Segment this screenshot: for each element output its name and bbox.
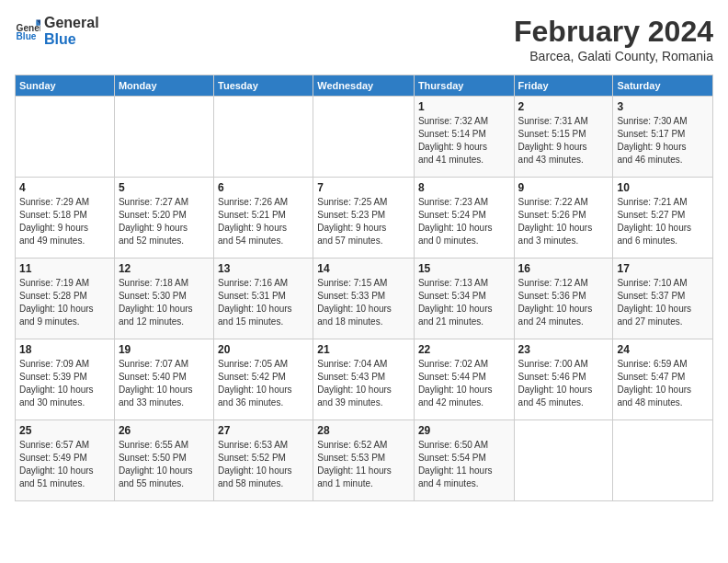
- calendar-day-cell: [613, 420, 713, 501]
- day-number: 23: [518, 343, 609, 356]
- day-number: 8: [418, 181, 510, 194]
- day-number: 29: [418, 424, 510, 437]
- day-info: Sunrise: 7:27 AMSunset: 5:20 PMDaylight:…: [119, 196, 210, 247]
- day-info: Sunrise: 7:19 AMSunset: 5:28 PMDaylight:…: [19, 277, 110, 328]
- calendar-day-cell: 1Sunrise: 7:32 AMSunset: 5:14 PMDaylight…: [414, 97, 514, 178]
- day-number: 11: [19, 262, 110, 275]
- calendar-week-row: 18Sunrise: 7:09 AMSunset: 5:39 PMDayligh…: [16, 339, 713, 420]
- day-number: 3: [617, 100, 709, 113]
- calendar-day-cell: 2Sunrise: 7:31 AMSunset: 5:15 PMDaylight…: [514, 97, 613, 178]
- weekday-header-cell: Thursday: [414, 75, 514, 97]
- calendar-week-row: 11Sunrise: 7:19 AMSunset: 5:28 PMDayligh…: [16, 259, 713, 339]
- day-number: 25: [19, 424, 110, 437]
- calendar-day-cell: [214, 97, 313, 178]
- calendar-day-cell: 19Sunrise: 7:07 AMSunset: 5:40 PMDayligh…: [114, 339, 213, 420]
- day-info: Sunrise: 6:53 AMSunset: 5:52 PMDaylight:…: [218, 439, 309, 490]
- day-number: 2: [518, 100, 609, 113]
- calendar-day-cell: 29Sunrise: 6:50 AMSunset: 5:54 PMDayligh…: [414, 420, 514, 501]
- day-number: 26: [119, 424, 210, 437]
- day-number: 1: [418, 100, 510, 113]
- day-info: Sunrise: 7:25 AMSunset: 5:23 PMDaylight:…: [317, 196, 410, 247]
- day-number: 7: [317, 181, 410, 194]
- day-info: Sunrise: 6:57 AMSunset: 5:49 PMDaylight:…: [19, 439, 110, 490]
- day-info: Sunrise: 7:00 AMSunset: 5:46 PMDaylight:…: [518, 358, 609, 409]
- calendar-day-cell: 6Sunrise: 7:26 AMSunset: 5:21 PMDaylight…: [214, 178, 313, 259]
- day-info: Sunrise: 6:50 AMSunset: 5:54 PMDaylight:…: [418, 439, 510, 490]
- day-number: 17: [617, 262, 709, 275]
- calendar-day-cell: 16Sunrise: 7:12 AMSunset: 5:36 PMDayligh…: [514, 259, 613, 339]
- calendar-week-row: 25Sunrise: 6:57 AMSunset: 5:49 PMDayligh…: [16, 420, 713, 501]
- day-info: Sunrise: 7:22 AMSunset: 5:26 PMDaylight:…: [518, 196, 609, 247]
- calendar-day-cell: 7Sunrise: 7:25 AMSunset: 5:23 PMDaylight…: [313, 178, 415, 259]
- day-info: Sunrise: 6:55 AMSunset: 5:50 PMDaylight:…: [119, 439, 210, 490]
- day-info: Sunrise: 7:16 AMSunset: 5:31 PMDaylight:…: [218, 277, 309, 328]
- logo-general: General: [44, 15, 99, 31]
- day-info: Sunrise: 7:23 AMSunset: 5:24 PMDaylight:…: [418, 196, 510, 247]
- calendar-week-row: 4Sunrise: 7:29 AMSunset: 5:18 PMDaylight…: [16, 178, 713, 259]
- day-info: Sunrise: 7:26 AMSunset: 5:21 PMDaylight:…: [218, 196, 309, 247]
- calendar-day-cell: 17Sunrise: 7:10 AMSunset: 5:37 PMDayligh…: [613, 259, 713, 339]
- calendar-table: SundayMondayTuesdayWednesdayThursdayFrid…: [15, 75, 713, 501]
- day-info: Sunrise: 7:05 AMSunset: 5:42 PMDaylight:…: [218, 358, 309, 409]
- calendar-day-cell: [313, 97, 415, 178]
- calendar-day-cell: [16, 97, 115, 178]
- calendar-day-cell: 28Sunrise: 6:52 AMSunset: 5:53 PMDayligh…: [313, 420, 415, 501]
- calendar-week-row: 1Sunrise: 7:32 AMSunset: 5:14 PMDaylight…: [16, 97, 713, 178]
- day-number: 13: [218, 262, 309, 275]
- calendar-day-cell: 8Sunrise: 7:23 AMSunset: 5:24 PMDaylight…: [414, 178, 514, 259]
- day-number: 21: [317, 343, 410, 356]
- calendar-day-cell: 11Sunrise: 7:19 AMSunset: 5:28 PMDayligh…: [16, 259, 115, 339]
- location-title: Barcea, Galati County, Romania: [514, 49, 713, 63]
- day-info: Sunrise: 7:02 AMSunset: 5:44 PMDaylight:…: [418, 358, 510, 409]
- day-number: 19: [119, 343, 210, 356]
- calendar-day-cell: 13Sunrise: 7:16 AMSunset: 5:31 PMDayligh…: [214, 259, 313, 339]
- day-info: Sunrise: 7:21 AMSunset: 5:27 PMDaylight:…: [617, 196, 709, 247]
- calendar-day-cell: 9Sunrise: 7:22 AMSunset: 5:26 PMDaylight…: [514, 178, 613, 259]
- weekday-header-cell: Sunday: [16, 75, 115, 97]
- calendar-day-cell: 12Sunrise: 7:18 AMSunset: 5:30 PMDayligh…: [114, 259, 213, 339]
- calendar-day-cell: 5Sunrise: 7:27 AMSunset: 5:20 PMDaylight…: [114, 178, 213, 259]
- calendar-day-cell: 3Sunrise: 7:30 AMSunset: 5:17 PMDaylight…: [613, 97, 713, 178]
- calendar-day-cell: 25Sunrise: 6:57 AMSunset: 5:49 PMDayligh…: [16, 420, 115, 501]
- day-number: 27: [218, 424, 309, 437]
- logo-icon: General Blue: [15, 18, 40, 44]
- day-number: 20: [218, 343, 309, 356]
- day-number: 12: [119, 262, 210, 275]
- day-info: Sunrise: 7:04 AMSunset: 5:43 PMDaylight:…: [317, 358, 410, 409]
- day-info: Sunrise: 7:32 AMSunset: 5:14 PMDaylight:…: [418, 115, 510, 167]
- day-number: 22: [418, 343, 510, 356]
- day-number: 4: [19, 181, 110, 194]
- calendar-day-cell: 15Sunrise: 7:13 AMSunset: 5:34 PMDayligh…: [414, 259, 514, 339]
- day-info: Sunrise: 6:59 AMSunset: 5:47 PMDaylight:…: [617, 358, 709, 409]
- calendar-body: 1Sunrise: 7:32 AMSunset: 5:14 PMDaylight…: [16, 97, 713, 501]
- weekday-header-cell: Monday: [114, 75, 213, 97]
- calendar-day-cell: 10Sunrise: 7:21 AMSunset: 5:27 PMDayligh…: [613, 178, 713, 259]
- day-number: 18: [19, 343, 110, 356]
- calendar-day-cell: 18Sunrise: 7:09 AMSunset: 5:39 PMDayligh…: [16, 339, 115, 420]
- month-title: February 2024: [514, 15, 713, 49]
- calendar-day-cell: 27Sunrise: 6:53 AMSunset: 5:52 PMDayligh…: [214, 420, 313, 501]
- day-info: Sunrise: 7:10 AMSunset: 5:37 PMDaylight:…: [617, 277, 709, 328]
- logo-blue: Blue: [44, 31, 99, 48]
- calendar-day-cell: 26Sunrise: 6:55 AMSunset: 5:50 PMDayligh…: [114, 420, 213, 501]
- day-info: Sunrise: 7:15 AMSunset: 5:33 PMDaylight:…: [317, 277, 410, 328]
- calendar-day-cell: 24Sunrise: 6:59 AMSunset: 5:47 PMDayligh…: [613, 339, 713, 420]
- title-area: February 2024 Barcea, Galati County, Rom…: [514, 15, 713, 63]
- day-info: Sunrise: 7:12 AMSunset: 5:36 PMDaylight:…: [518, 277, 609, 328]
- weekday-header-cell: Wednesday: [313, 75, 415, 97]
- day-number: 28: [317, 424, 410, 437]
- weekday-header-cell: Tuesday: [214, 75, 313, 97]
- day-number: 5: [119, 181, 210, 194]
- day-number: 10: [617, 181, 709, 194]
- calendar-day-cell: 4Sunrise: 7:29 AMSunset: 5:18 PMDaylight…: [16, 178, 115, 259]
- day-info: Sunrise: 7:13 AMSunset: 5:34 PMDaylight:…: [418, 277, 510, 328]
- header: General Blue General Blue February 2024 …: [15, 15, 713, 63]
- day-number: 16: [518, 262, 609, 275]
- day-number: 6: [218, 181, 309, 194]
- day-number: 14: [317, 262, 410, 275]
- day-info: Sunrise: 6:52 AMSunset: 5:53 PMDaylight:…: [317, 439, 410, 490]
- day-number: 9: [518, 181, 609, 194]
- calendar-day-cell: [514, 420, 613, 501]
- day-info: Sunrise: 7:31 AMSunset: 5:15 PMDaylight:…: [518, 115, 609, 167]
- weekday-header-cell: Saturday: [613, 75, 713, 97]
